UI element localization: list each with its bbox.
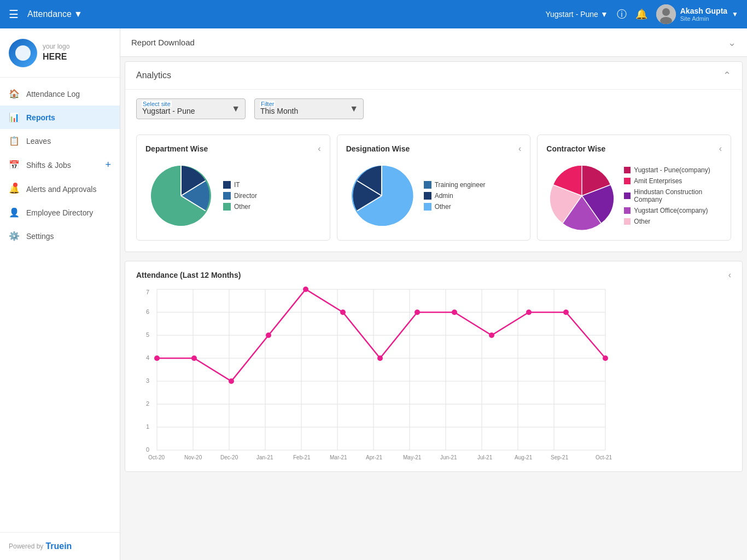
user-menu[interactable]: Akash Gupta Site Admin ▼ [656,4,738,24]
line-chart-container: 0 1 2 3 4 5 6 7 [136,289,731,460]
contractor-chart-nav[interactable]: ‹ [719,144,722,154]
analytics-section: Analytics ⌃ Select site Yugstart - Pune … [125,61,743,252]
svg-point-51 [340,310,346,315]
svg-text:5: 5 [146,331,149,338]
contractor-legend: Yugstart - Pune(company) Amit Enterprise… [624,166,722,225]
analytics-header: Analytics ⌃ [125,62,742,90]
reports-icon: 📊 [9,112,20,122]
svg-point-53 [415,310,420,315]
svg-text:Feb-21: Feb-21 [293,454,311,460]
report-download-bar: Report Download ⌄ [120,28,747,57]
help-icon[interactable]: ⓘ [617,8,627,21]
svg-point-46 [154,355,160,361]
line-chart-title: Attendance (Last 12 Months) [136,271,241,279]
sidebar-item-settings[interactable]: ⚙️ Settings [0,224,120,248]
gear-icon: ⚙️ [9,231,20,241]
charts-row: Department Wise ‹ [125,128,742,252]
svg-point-57 [563,310,569,315]
sidebar-item-employee-directory[interactable]: 👤 Employee Directory [0,201,120,224]
contractor-chart-title: Contractor Wise [546,144,605,153]
svg-text:1: 1 [146,423,149,430]
site-selector[interactable]: Yugstart - Pune ▼ [545,10,608,19]
svg-text:Mar-21: Mar-21 [330,454,347,460]
person-icon: 👤 [9,207,20,218]
sidebar-item-leaves[interactable]: 📋 Leaves [0,129,120,153]
avatar [656,4,676,24]
alert-badge [13,183,17,187]
analytics-toggle[interactable]: ⌃ [723,69,731,81]
dept-pie-chart [145,160,217,231]
designation-wise-chart: Designation Wise ‹ [337,135,531,241]
svg-text:Oct-20: Oct-20 [148,454,165,460]
sidebar-item-alerts-approvals[interactable]: 🔔 Alerts and Approvals [0,177,120,201]
desig-legend: Training engineer Admin Other [424,181,486,211]
app-name[interactable]: Attendance ▼ [27,9,83,19]
desig-chart-nav[interactable]: ‹ [518,144,521,154]
svg-point-47 [191,355,197,361]
shifts-icon: 📅 [9,160,20,170]
svg-point-58 [603,355,608,361]
svg-text:3: 3 [146,377,149,384]
site-select-field: Select site Yugstart - Pune ▼ [136,98,246,119]
svg-point-54 [452,310,457,315]
nav-items: 🏠 Attendance Log 📊 Reports 📋 Leaves 📅 Sh… [0,78,120,532]
home-icon: 🏠 [9,89,20,99]
department-wise-chart: Department Wise ‹ [136,135,330,241]
svg-text:Sep-21: Sep-21 [551,454,569,460]
svg-text:7: 7 [146,289,149,295]
svg-point-50 [303,287,308,292]
line-chart-section: Attendance (Last 12 Months) ‹ 0 1 2 3 4 … [125,261,743,472]
sidebar-item-reports[interactable]: 📊 Reports [0,106,120,129]
svg-text:6: 6 [146,308,149,315]
svg-text:2: 2 [146,400,149,407]
dept-legend: IT Director Other [223,181,257,211]
analytics-title: Analytics [136,71,171,80]
leaves-icon: 📋 [9,136,20,146]
add-shift-icon[interactable]: + [105,159,111,171]
line-chart-nav[interactable]: ‹ [728,270,731,280]
dept-chart-title: Department Wise [145,144,208,153]
sidebar-item-attendance-log[interactable]: 🏠 Attendance Log [0,82,120,106]
filter-select-field: Filter This Month ▼ [254,98,364,119]
site-select-label: Select site [142,101,172,107]
svg-text:0: 0 [146,446,149,453]
svg-text:Apr-21: Apr-21 [366,454,382,460]
filter-select-label: Filter [260,101,275,107]
svg-point-52 [377,355,383,361]
contractor-wise-chart: Contractor Wise ‹ [537,135,731,241]
topnav: ☰ Attendance ▼ Yugstart - Pune ▼ ⓘ 🔔 Aka… [0,0,747,28]
desig-chart-title: Designation Wise [346,144,410,153]
svg-text:May-21: May-21 [403,454,422,460]
notifications-icon[interactable]: 🔔 [635,8,647,20]
menu-icon[interactable]: ☰ [9,8,19,21]
analytics-controls: Select site Yugstart - Pune ▼ Filter Thi… [125,90,742,128]
svg-point-1 [662,8,670,16]
svg-text:Aug-21: Aug-21 [515,454,533,460]
svg-text:Dec-20: Dec-20 [220,454,238,460]
contractor-pie-chart [546,160,617,231]
sidebar: your logo HERE 🏠 Attendance Log 📊 Report… [0,28,120,560]
svg-point-48 [229,378,234,384]
svg-text:Jul-21: Jul-21 [477,454,493,460]
svg-text:Jun-21: Jun-21 [440,454,457,460]
svg-text:Nov-20: Nov-20 [184,454,202,460]
svg-point-49 [266,332,271,338]
svg-text:Oct-21: Oct-21 [596,454,612,460]
dept-chart-nav[interactable]: ‹ [318,144,320,154]
svg-text:Jan-21: Jan-21 [256,454,273,460]
svg-point-55 [489,332,494,338]
logo-area: your logo HERE [0,28,120,78]
svg-point-56 [526,310,532,315]
report-download-toggle[interactable]: ⌄ [728,37,736,49]
desig-pie-chart [346,160,417,231]
sidebar-footer: Powered by Truein [0,532,120,560]
svg-text:4: 4 [146,354,149,361]
report-download-title: Report Download [131,38,195,47]
sidebar-item-shifts-jobs[interactable]: 📅 Shifts & Jobs + [0,153,120,177]
logo-icon [9,39,37,67]
main-content: Report Download ⌄ Analytics ⌃ Select sit… [120,28,747,560]
